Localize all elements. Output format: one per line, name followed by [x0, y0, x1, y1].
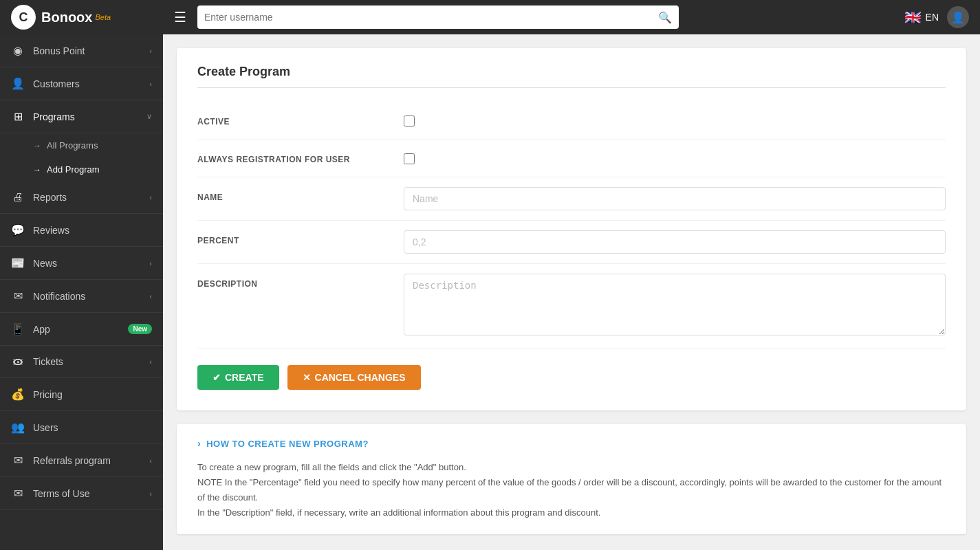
- sidebar-item-label: Customers: [33, 78, 149, 89]
- button-row: ✔ CREATE ✕ CANCEL CHANGES: [197, 365, 946, 390]
- description-input[interactable]: [404, 274, 946, 336]
- chevron-icon: ‹: [149, 80, 152, 88]
- sidebar-item-label: App: [33, 324, 122, 335]
- arrow-right-icon: →: [33, 141, 41, 151]
- app-icon: 📱: [11, 322, 25, 336]
- sidebar-sub-label: All Programs: [47, 140, 98, 151]
- help-text-block: To create a new program, fill all the fi…: [197, 460, 946, 520]
- programs-icon: ⊞: [11, 110, 25, 123]
- help-line-1: To create a new program, fill all the fi…: [197, 460, 946, 475]
- help-line-2: NOTE In the "Percentage" field you need …: [197, 475, 946, 505]
- cancel-button[interactable]: ✕ CANCEL CHANGES: [287, 365, 421, 390]
- page-title: Create Program: [197, 65, 946, 88]
- customers-icon: 👤: [11, 77, 25, 90]
- sidebar-sub-item-add-program[interactable]: → Add Program: [0, 157, 163, 182]
- sidebar-item-label: Terms of Use: [33, 488, 149, 499]
- percent-label: PERCENT: [197, 230, 404, 245]
- name-row: NAME: [197, 177, 946, 221]
- reports-icon: 🖨: [11, 191, 25, 204]
- notifications-icon: ✉: [11, 289, 25, 302]
- always-reg-field: [404, 149, 946, 167]
- sidebar-item-reviews[interactable]: 💬 Reviews: [0, 214, 163, 247]
- sidebar-item-label: Reviews: [33, 225, 152, 236]
- always-reg-row: ALWAYS REGISTRATION FOR USER: [197, 140, 946, 177]
- sidebar-item-label: Programs: [33, 111, 146, 122]
- help-line-3: In the "Description" field, if necessary…: [197, 505, 946, 520]
- sidebar-item-label: Reports: [33, 192, 149, 203]
- chevron-icon: ‹: [149, 47, 152, 55]
- sidebar-item-customers[interactable]: 👤 Customers ‹: [0, 67, 163, 100]
- help-card: › HOW TO CREATE NEW PROGRAM? To create a…: [177, 424, 966, 534]
- create-program-form: Create Program ACTIVE ALWAYS REGISTRATIO…: [177, 48, 966, 410]
- chevron-right-icon: ›: [197, 438, 201, 449]
- chevron-down-icon: ∨: [146, 112, 152, 121]
- description-field: [404, 274, 946, 338]
- search-bar[interactable]: 🔍: [197, 6, 679, 29]
- news-icon: 📰: [11, 256, 25, 270]
- percent-input[interactable]: [404, 230, 946, 254]
- checkmark-icon: ✔: [213, 372, 221, 383]
- sidebar: ◉ Bonus Point ‹ 👤 Customers ‹ ⊞ Programs…: [0, 34, 163, 550]
- help-toggle-button[interactable]: › HOW TO CREATE NEW PROGRAM?: [197, 438, 946, 449]
- create-button[interactable]: ✔ CREATE: [197, 365, 279, 390]
- sidebar-item-label: Notifications: [33, 291, 149, 302]
- sidebar-item-label: News: [33, 258, 149, 269]
- sidebar-item-reports[interactable]: 🖨 Reports ‹: [0, 182, 163, 214]
- help-toggle-label: HOW TO CREATE NEW PROGRAM?: [206, 439, 369, 449]
- sidebar-item-programs[interactable]: ⊞ Programs ∨: [0, 100, 163, 133]
- main-content: Create Program ACTIVE ALWAYS REGISTRATIO…: [163, 34, 980, 550]
- arrow-right-icon: →: [33, 165, 41, 175]
- language-selector[interactable]: 🇬🇧 EN: [904, 9, 939, 25]
- sidebar-sub-item-all-programs[interactable]: → All Programs: [0, 133, 163, 157]
- sidebar-item-tickets[interactable]: 🎟 Tickets ‹: [0, 346, 163, 378]
- hamburger-icon[interactable]: ☰: [174, 9, 186, 25]
- active-checkbox[interactable]: [404, 116, 415, 126]
- percent-row: PERCENT: [197, 221, 946, 264]
- logo-name: Bonoox: [41, 10, 92, 25]
- sidebar-item-label: Bonus Point: [33, 45, 149, 56]
- sidebar-item-pricing[interactable]: 💰 Pricing: [0, 378, 163, 411]
- name-label: NAME: [197, 187, 404, 202]
- search-input[interactable]: [204, 12, 658, 23]
- lang-code: EN: [926, 12, 939, 23]
- active-field: [404, 111, 946, 129]
- logo-icon: C: [11, 5, 36, 30]
- name-input[interactable]: [404, 187, 946, 210]
- always-reg-checkbox[interactable]: [404, 153, 415, 164]
- sidebar-sub-label: Add Program: [47, 164, 100, 175]
- sidebar-item-label: Users: [33, 422, 152, 433]
- flag-icon: 🇬🇧: [904, 9, 922, 25]
- chevron-icon: ‹: [149, 490, 152, 498]
- sidebar-item-notifications[interactable]: ✉ Notifications ‹: [0, 280, 163, 313]
- sidebar-item-app[interactable]: 📱 App New: [0, 313, 163, 346]
- topbar: C Bonoox Beta ☰ 🔍 🇬🇧 EN 👤: [0, 0, 980, 34]
- bonus-point-icon: ◉: [11, 44, 25, 57]
- always-reg-label: ALWAYS REGISTRATION FOR USER: [197, 149, 404, 164]
- chevron-icon: ‹: [149, 358, 152, 366]
- topbar-right: 🇬🇧 EN 👤: [904, 6, 969, 28]
- users-icon: 👥: [11, 421, 25, 434]
- percent-field: [404, 230, 946, 254]
- chevron-icon: ‹: [149, 193, 152, 201]
- new-badge: New: [128, 324, 152, 334]
- sidebar-item-label: Pricing: [33, 389, 152, 400]
- x-icon: ✕: [303, 372, 311, 383]
- sidebar-item-referrals[interactable]: ✉ Referrals program ‹: [0, 444, 163, 477]
- sidebar-item-news[interactable]: 📰 News ‹: [0, 247, 163, 280]
- sidebar-item-bonus-point[interactable]: ◉ Bonus Point ‹: [0, 34, 163, 67]
- tickets-icon: 🎟: [11, 355, 25, 368]
- pricing-icon: 💰: [11, 388, 25, 401]
- chevron-icon: ‹: [149, 456, 152, 465]
- sidebar-item-terms[interactable]: ✉ Terms of Use ‹: [0, 477, 163, 510]
- chevron-icon: ‹: [149, 292, 152, 300]
- active-label: ACTIVE: [197, 111, 404, 126]
- user-avatar[interactable]: 👤: [947, 6, 969, 28]
- referrals-icon: ✉: [11, 454, 25, 467]
- logo-area: C Bonoox Beta: [11, 5, 174, 30]
- sidebar-item-label: Tickets: [33, 356, 149, 367]
- chevron-icon: ‹: [149, 259, 152, 267]
- name-field: [404, 187, 946, 210]
- description-label: DESCRIPTION: [197, 274, 404, 289]
- description-row: DESCRIPTION: [197, 264, 946, 349]
- sidebar-item-users[interactable]: 👥 Users: [0, 411, 163, 444]
